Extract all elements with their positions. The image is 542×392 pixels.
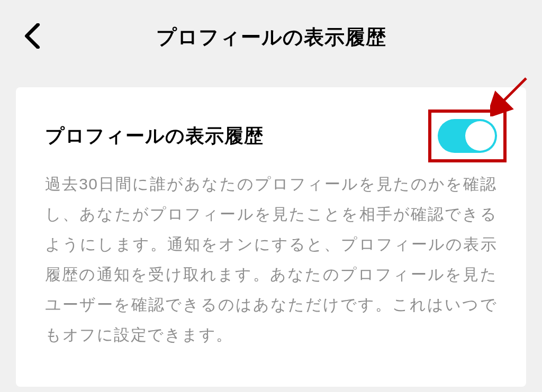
toggle-knob xyxy=(465,121,495,151)
page-title: プロフィールの表示履歴 xyxy=(21,24,521,51)
chevron-left-icon xyxy=(24,23,41,49)
setting-title: プロフィールの表示履歴 xyxy=(45,123,264,149)
back-button[interactable] xyxy=(24,23,41,51)
profile-view-history-toggle[interactable] xyxy=(438,119,497,153)
setting-description: 過去30日間に誰があなたのプロフィールを見たのかを確認し、あなたがプロフィールを… xyxy=(45,169,497,350)
settings-card: プロフィールの表示履歴 過去30日間に誰があなたのプロフィールを見たのかを確認し… xyxy=(16,87,526,387)
setting-row: プロフィールの表示履歴 xyxy=(45,119,497,153)
header: プロフィールの表示履歴 xyxy=(0,0,542,74)
toggle-container xyxy=(438,119,497,153)
